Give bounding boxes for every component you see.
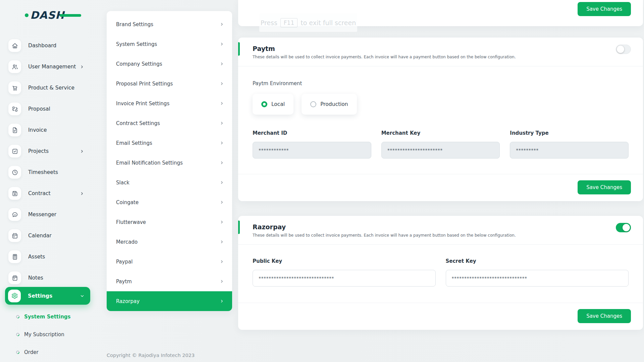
sidebar-item-label: Contract [28,190,51,196]
secret-key-label: Secret Key [446,258,629,264]
paytm-card-body: Paytm Environment Local Production Merch… [238,66,643,174]
sidebar-item-calendar[interactable]: Calendar [8,229,94,242]
settings-menu-label: Paytm [116,279,132,285]
settings-menu-label: Email Notification Settings [116,160,183,166]
sidebar-subitem-my-subscription[interactable]: My Subscription [0,327,71,342]
chevron-right-icon [220,62,224,66]
sidebar-item-messenger[interactable]: Messenger [8,208,94,221]
industry-type-field-group: Industry Type [510,130,629,159]
settings-menu-item-coingate[interactable]: Coingate [107,192,232,212]
chevron-right-icon [220,81,224,86]
dash-logo: DASH [25,9,75,21]
settings-menu-item-email-settings[interactable]: Email Settings [107,133,232,153]
sidebar-item-product-service[interactable]: Product & Service [8,81,94,94]
sidebar-subitem-label: Order [24,349,39,355]
paytm-enable-toggle[interactable] [616,45,631,54]
sidebar-subitem-system-settings[interactable]: System Settings [0,309,71,324]
chevron-right-icon [220,141,224,145]
logo-dot-icon [25,13,29,17]
sidebar-subitem-label: My Subscription [24,331,64,338]
save-changes-button-razorpay[interactable]: Save Changes [578,309,631,323]
settings-menu-item-paytm[interactable]: Paytm [107,272,232,291]
chevron-right-icon [80,65,84,69]
paytm-environment-label: Paytm Environment [253,80,629,86]
save-changes-button-top[interactable]: Save Changes [578,2,631,16]
sidebar-item-projects[interactable]: Projects [8,145,94,158]
settings-sub-nav: System Settings My Subscription Order [0,309,71,362]
toggle-knob [623,224,630,231]
settings-submenu-panel: Brand Settings System Settings Company S… [107,11,232,311]
paytm-card-footer: Save Changes [238,174,643,201]
settings-menu-item-proposal-print-settings[interactable]: Proposal Print Settings [107,74,232,94]
settings-menu-item-mercado[interactable]: Mercado [107,232,232,252]
chevron-right-icon [80,191,84,196]
settings-menu-item-brand-settings[interactable]: Brand Settings [107,14,232,34]
accent-bar [238,221,240,234]
top-partial-card: Save Changes [238,0,643,26]
chevron-right-icon [220,299,224,303]
sidebar-item-dashboard[interactable]: Dashboard [8,39,94,52]
bullet-icon [15,350,20,355]
logo-bar-icon [60,14,81,17]
secret-key-input[interactable] [446,270,629,287]
sidebar-item-timesheets[interactable]: Timesheets [8,166,94,179]
settings-menu-label: Proposal Print Settings [116,81,173,87]
settings-menu-item-razorpay[interactable]: Razorpay [107,291,232,311]
sidebar-item-label: Product & Service [28,85,74,91]
chevron-right-icon [80,149,84,154]
paytm-title: Paytm [253,45,631,52]
settings-menu-label: Mercado [116,239,138,245]
home-icon [8,39,21,52]
toggle-knob [617,46,624,53]
sidebar-item-invoice[interactable]: Invoice [8,124,94,136]
settings-menu-label: Email Settings [116,140,152,146]
sidebar-nav: Dashboard User Management Product & Serv… [0,39,101,284]
merchant-key-label: Merchant Key [381,130,500,136]
sidebar-item-settings[interactable]: Settings [5,287,90,305]
sidebar-item-label: Dashboard [28,43,56,49]
razorpay-enable-toggle[interactable] [616,223,631,232]
settings-menu-item-contract-settings[interactable]: Contract Settings [107,113,232,133]
logo-text: DASH [30,9,64,21]
paytm-settings-card: Paytm These details will be used to coll… [238,38,643,201]
paytm-description: These details will be used to collect in… [253,55,631,59]
sidebar-item-contract[interactable]: Contract [8,187,94,200]
save-changes-button-paytm[interactable]: Save Changes [578,180,631,194]
bullet-icon [15,314,20,319]
proposal-icon [8,103,21,115]
merchant-id-field-group: Merchant ID [253,130,371,159]
public-key-input[interactable] [253,270,436,287]
sidebar-item-label: Messenger [28,212,56,218]
chevron-right-icon [220,240,224,244]
chevron-right-icon [220,101,224,106]
merchant-id-label: Merchant ID [253,130,371,136]
env-option-local[interactable]: Local [253,94,293,115]
chevron-right-icon [220,200,224,204]
chevron-right-icon [220,220,224,224]
settings-menu-label: Paypal [116,259,132,265]
settings-menu-item-system-settings[interactable]: System Settings [107,34,232,54]
sidebar-item-proposal[interactable]: Proposal [8,103,94,115]
chevron-right-icon [220,161,224,165]
sidebar-item-notes[interactable]: Notes [8,272,94,284]
settings-menu-item-flutterwave[interactable]: Flutterwave [107,212,232,232]
public-key-label: Public Key [253,258,436,264]
settings-menu-label: Invoice Print Settings [116,101,169,107]
settings-menu-item-company-settings[interactable]: Company Settings [107,54,232,74]
paytm-card-header: Paytm These details will be used to coll… [238,38,643,66]
settings-menu-item-paypal[interactable]: Paypal [107,252,232,272]
sidebar-subitem-order[interactable]: Order [0,345,71,360]
settings-menu-label: Slack [116,180,129,186]
settings-menu-item-email-notification-settings[interactable]: Email Notification Settings [107,153,232,173]
settings-menu-label: Company Settings [116,61,162,67]
cart-icon [8,81,21,94]
settings-menu-item-slack[interactable]: Slack [107,173,232,192]
env-option-production[interactable]: Production [302,94,357,115]
sidebar-item-assets[interactable]: Assets [8,250,94,263]
sidebar-item-label: Calendar [28,233,52,239]
settings-menu-label: Coingate [116,199,139,205]
settings-menu-item-invoice-print-settings[interactable]: Invoice Print Settings [107,94,232,113]
sidebar-item-user-management[interactable]: User Management [8,60,94,73]
razorpay-card-footer: Save Changes [238,303,643,330]
sidebar-item-label: User Management [28,64,76,70]
